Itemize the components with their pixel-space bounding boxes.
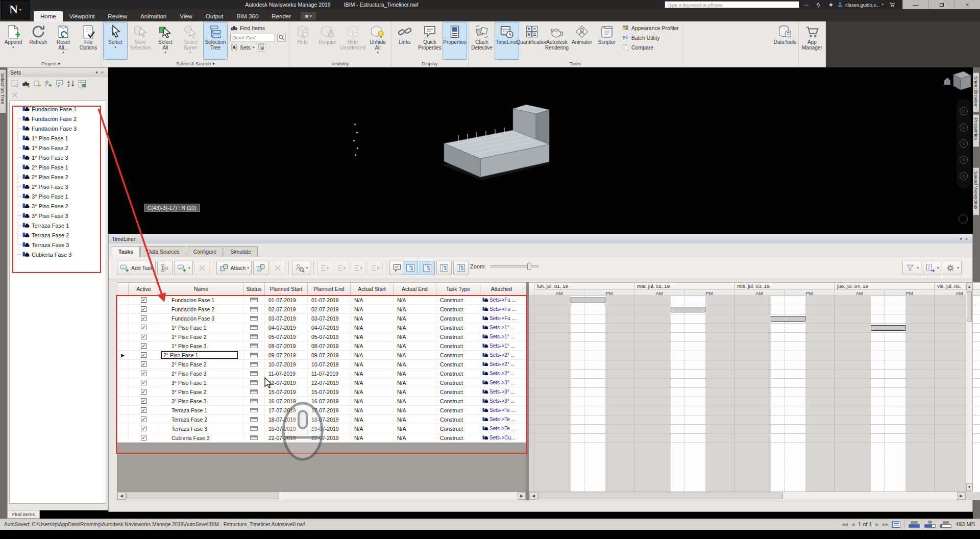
close-button[interactable]: × bbox=[954, 0, 980, 9]
attached-cell[interactable]: Sets->3° ... bbox=[480, 378, 523, 387]
sets-item[interactable]: Fundación Fase 3 bbox=[10, 124, 77, 133]
planned-start-cell[interactable]: 05-07-2019 bbox=[265, 332, 308, 341]
quick-find-button[interactable]: Quick Find bbox=[230, 33, 286, 42]
actual-end-cell[interactable]: N/A bbox=[394, 296, 436, 304]
active-checkbox[interactable]: ✓ bbox=[141, 416, 146, 422]
sets-button[interactable]: Sets▾ bbox=[230, 43, 286, 52]
last-page-icon[interactable]: ▶▶ bbox=[883, 522, 889, 527]
zoom-slider[interactable] bbox=[490, 265, 539, 267]
links-button[interactable]: Links bbox=[393, 22, 417, 60]
actual-end-cell[interactable]: N/A bbox=[394, 415, 436, 424]
planned-start-cell[interactable]: 11-07-2019 bbox=[265, 369, 308, 378]
scroll-down-icon[interactable]: ▼ bbox=[966, 483, 972, 491]
scroll-right-icon[interactable]: ▶ bbox=[518, 492, 526, 500]
find-items-button[interactable]: Find Items bbox=[230, 23, 286, 32]
task-name-cell[interactable]: 1° Piso Fase 3 bbox=[159, 341, 243, 350]
gantt-task-bar[interactable] bbox=[871, 325, 905, 331]
task-row[interactable]: ▶✓2° Piso Fase 109-07-201909-07-2019N/AN… bbox=[117, 351, 526, 360]
gantt-task-bar[interactable] bbox=[771, 316, 805, 322]
task-row[interactable]: ✓3° Piso Fase 112-07-201912-07-2019N/AN/… bbox=[117, 378, 526, 387]
actual-end-cell[interactable]: N/A bbox=[394, 378, 436, 387]
actual-start-cell[interactable]: N/A bbox=[351, 360, 394, 369]
file-options-button[interactable]: File Options bbox=[76, 22, 101, 60]
prev-page-icon[interactable]: ◀ bbox=[851, 522, 854, 527]
column-header-status[interactable]: Status bbox=[243, 283, 265, 295]
close-icon[interactable]: × bbox=[964, 236, 969, 241]
attached-cell[interactable]: Sets->Te ... bbox=[480, 424, 523, 433]
task-type-cell[interactable]: Construct bbox=[436, 387, 480, 396]
task-name-editbox[interactable]: 2° Piso Fase 1 bbox=[161, 351, 238, 359]
attached-set-link[interactable]: Sets->2° ... bbox=[489, 371, 515, 376]
selection-tree-dock-tab[interactable]: Selection Tree bbox=[0, 69, 6, 113]
task-row[interactable]: ✓Cubierta Fase 322-07-201922-07-2019N/AN… bbox=[117, 433, 526, 443]
planned-start-cell[interactable]: 03-07-2019 bbox=[265, 314, 308, 323]
pan-icon[interactable] bbox=[960, 124, 968, 132]
favorites-star-icon[interactable]: ★ bbox=[826, 1, 836, 9]
ribbon-tab-viewpoint[interactable]: Viewpoint bbox=[63, 11, 102, 21]
planned-start-cell[interactable]: 17-07-2019 bbox=[265, 406, 308, 414]
add-comment-button[interactable] bbox=[55, 79, 64, 88]
column-header-planned-start[interactable]: Planned Start bbox=[265, 283, 308, 295]
task-name-cell[interactable]: Terraza Fase 1 bbox=[159, 406, 243, 414]
task-name-cell[interactable]: 3° Piso Fase 1 bbox=[159, 378, 243, 387]
attached-set-link[interactable]: Sets->1° ... bbox=[489, 325, 515, 330]
actual-start-cell[interactable]: N/A bbox=[351, 387, 394, 396]
active-checkbox[interactable]: ✓ bbox=[141, 371, 146, 376]
ribbon-tab-render[interactable]: Render bbox=[265, 11, 298, 21]
planned-end-cell[interactable]: 08-07-2019 bbox=[308, 341, 351, 350]
attached-set-link[interactable]: Sets->Cu... bbox=[489, 435, 515, 440]
planned-start-cell[interactable]: 09-07-2019 bbox=[265, 351, 308, 359]
sort-sets-button[interactable]: AZ bbox=[66, 79, 76, 88]
task-type-cell[interactable]: Construct bbox=[436, 305, 480, 313]
attached-set-link[interactable]: Sets->Fu ... bbox=[489, 297, 516, 303]
scripter-button[interactable]: Scripter bbox=[595, 22, 619, 60]
attached-cell[interactable]: Sets->Te ... bbox=[480, 415, 523, 424]
task-row[interactable]: ✓3° Piso Fase 215-07-201915-07-2019N/AN/… bbox=[117, 387, 526, 397]
steering-wheel-icon[interactable] bbox=[960, 107, 968, 115]
gantt-settings-button[interactable]: ▾ bbox=[943, 261, 962, 275]
ribbon-tab-output[interactable]: Output bbox=[199, 11, 230, 21]
timeliner-tab-configure[interactable]: Configure bbox=[187, 246, 224, 257]
planned-end-cell[interactable]: 09-07-2019 bbox=[308, 351, 351, 359]
attached-set-link[interactable]: Sets->2° ... bbox=[489, 361, 515, 367]
animator-button[interactable]: Animator bbox=[570, 22, 594, 60]
task-type-cell[interactable]: Construct bbox=[436, 351, 480, 359]
sets-item[interactable]: Terraza Fase 2 bbox=[10, 230, 69, 240]
actual-start-cell[interactable]: N/A bbox=[351, 332, 394, 341]
timeliner-tab-tasks[interactable]: Tasks bbox=[112, 246, 140, 257]
attached-set-link[interactable]: Sets->1° ... bbox=[489, 334, 515, 339]
planned-start-cell[interactable]: 22-07-2019 bbox=[265, 433, 308, 442]
active-checkbox[interactable]: ✓ bbox=[141, 389, 146, 395]
refresh-button[interactable]: Refresh bbox=[26, 22, 51, 60]
manage-sets-button[interactable] bbox=[257, 43, 265, 52]
timeliner-titlebar[interactable]: TimeLiner ▾ × bbox=[109, 234, 972, 243]
signed-in-user[interactable]: clases.guido.v... ▾ bbox=[837, 0, 884, 9]
task-type-cell[interactable]: Construct bbox=[436, 314, 480, 323]
planned-end-cell[interactable]: 03-07-2019 bbox=[308, 314, 351, 323]
planned-end-cell[interactable]: 12-07-2019 bbox=[308, 378, 351, 387]
select-button[interactable]: Select▾ bbox=[103, 22, 128, 60]
actual-start-cell[interactable]: N/A bbox=[351, 397, 394, 405]
task-name-cell[interactable]: 3° Piso Fase 3 bbox=[159, 397, 243, 405]
task-row[interactable]: ✓Terraza Fase 218-07-201918-07-2019N/AN/… bbox=[117, 415, 526, 424]
app-manager-button[interactable]: App Manager bbox=[800, 22, 824, 60]
timeliner-tab-data-sources[interactable]: Data Sources bbox=[140, 246, 186, 257]
task-name-cell[interactable]: Cubierta Fase 3 bbox=[159, 433, 243, 442]
task-type-cell[interactable]: Construct bbox=[436, 397, 480, 405]
sheet-browser-icon[interactable] bbox=[892, 521, 900, 528]
saved-viewpoints-dock-tab[interactable]: Saved Viewpoints bbox=[973, 167, 979, 215]
delete-set-button[interactable] bbox=[10, 90, 19, 100]
batch-utility-button[interactable]: Batch Utility bbox=[622, 33, 679, 42]
ribbon-tab-animation[interactable]: Animation bbox=[134, 11, 173, 21]
table-horizontal-scrollbar[interactable]: ◀ ▶ bbox=[117, 492, 526, 500]
show-planned-vs-actual-button[interactable] bbox=[453, 261, 469, 275]
quick-find-input[interactable]: Quick Find bbox=[230, 34, 275, 41]
task-type-cell[interactable]: Construct bbox=[436, 323, 480, 332]
task-type-cell[interactable]: Construct bbox=[436, 341, 480, 350]
ribbon-tab-home[interactable]: Home bbox=[34, 11, 63, 21]
actual-end-cell[interactable]: N/A bbox=[394, 387, 436, 396]
planned-start-cell[interactable]: 01-07-2019 bbox=[265, 296, 308, 304]
task-type-cell[interactable]: Construct bbox=[436, 369, 480, 378]
planned-end-cell[interactable]: 04-07-2019 bbox=[308, 323, 351, 332]
planned-start-cell[interactable]: 02-07-2019 bbox=[265, 305, 308, 313]
